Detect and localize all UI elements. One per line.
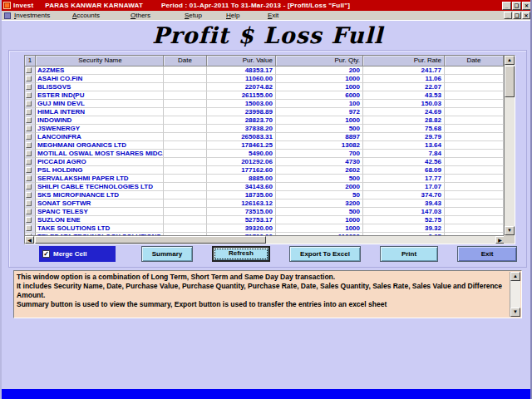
column-header-pur-qty[interactable]: Pur. Qty. bbox=[276, 56, 363, 66]
table-row[interactable]: SKS MICROFINANCE LTD 18735.00 50 374.70 bbox=[25, 191, 504, 200]
menu-item-setup[interactable]: Setup bbox=[185, 12, 226, 19]
row-expand-button[interactable] bbox=[26, 200, 32, 206]
row-expand-button[interactable] bbox=[26, 134, 32, 140]
child-window-icon[interactable] bbox=[4, 12, 11, 19]
vertical-scroll-thumb[interactable] bbox=[505, 66, 515, 97]
table-row[interactable]: INDOWIND 28823.70 1000 28.82 bbox=[25, 116, 504, 125]
row-expand-button[interactable] bbox=[26, 159, 32, 165]
securities-grid: 1 Security Name Date Pur. Value Pur. Qty… bbox=[24, 55, 515, 244]
row-expand-button[interactable] bbox=[26, 192, 32, 198]
cell-pur-qty: 700 bbox=[276, 150, 363, 158]
menu-item-help[interactable]: Help bbox=[226, 12, 268, 19]
minimize-icon[interactable]: _ bbox=[502, 2, 511, 10]
cell-pur-value: 177162.60 bbox=[207, 166, 276, 175]
menu-item-exit[interactable]: Exit bbox=[268, 12, 301, 19]
cell-pur-qty: 972 bbox=[276, 108, 363, 116]
menu-item-investments[interactable]: Investments bbox=[14, 12, 72, 19]
table-row[interactable]: SONAT SOFTWR 126163.12 3200 39.43 bbox=[25, 200, 504, 208]
refresh-button[interactable]: Refresh bbox=[212, 246, 270, 262]
cell-date2 bbox=[445, 66, 504, 75]
cell-pur-qty: 8897 bbox=[276, 133, 363, 141]
table-row[interactable]: TAKE SOLUTIONS LTD 39320.00 1000 39.32 bbox=[25, 224, 504, 233]
cell-pur-value: 8885.00 bbox=[207, 175, 276, 183]
row-expand-button[interactable] bbox=[26, 67, 32, 73]
child-close-icon[interactable]: ✕ bbox=[522, 12, 530, 19]
table-row[interactable]: PSL HOLDING 177162.60 2602 68.09 bbox=[25, 166, 504, 175]
table-row[interactable]: A2ZMES 48353.17 200 241.77 bbox=[25, 66, 504, 75]
child-minimize-icon[interactable]: _ bbox=[504, 12, 512, 19]
table-row[interactable]: GUJ MIN DEVL 15003.00 100 150.03 bbox=[25, 100, 504, 108]
row-marker-cell bbox=[25, 208, 36, 216]
table-row[interactable]: SERVALAKSHMI PAPER LTD 8885.00 500 17.77 bbox=[25, 175, 504, 183]
row-expand-button[interactable] bbox=[26, 209, 32, 214]
cell-date2 bbox=[445, 175, 504, 183]
cell-pur-rate: 13.64 bbox=[363, 141, 445, 150]
table-row[interactable]: MEGHMANI ORGANICS LTD 178461.25 13082 13… bbox=[25, 141, 504, 150]
cell-security-name: A2ZMES bbox=[36, 66, 164, 75]
description-scrollbar[interactable]: ▲ ▼ bbox=[510, 272, 520, 317]
table-row[interactable]: ESTER IND(PU 261155.00 6000 43.53 bbox=[25, 91, 504, 100]
cell-pur-rate: 75.68 bbox=[363, 125, 445, 133]
row-expand-button[interactable] bbox=[26, 84, 32, 90]
row-expand-button[interactable] bbox=[26, 217, 32, 223]
table-row[interactable]: HIMLA INTERN 23998.89 972 24.69 bbox=[25, 108, 504, 116]
cell-pur-rate: 29.79 bbox=[363, 133, 445, 141]
row-expand-button[interactable] bbox=[26, 126, 32, 131]
cell-pur-value: 73515.00 bbox=[207, 208, 276, 216]
row-expand-button[interactable] bbox=[26, 184, 32, 190]
row-expand-button[interactable] bbox=[26, 92, 32, 98]
print-button[interactable]: Print bbox=[380, 246, 438, 262]
cell-security-name: SHILPI CABLE TECHNOLOGIES LTD bbox=[36, 183, 164, 191]
row-expand-button[interactable] bbox=[26, 117, 32, 123]
cell-pur-qty: 500 bbox=[276, 208, 363, 216]
desc-scroll-down-icon[interactable]: ▼ bbox=[510, 308, 520, 317]
desc-scroll-up-icon[interactable]: ▲ bbox=[510, 272, 520, 281]
export-to-excel-button[interactable]: Export To Excel bbox=[289, 246, 361, 262]
cell-pur-rate: 42.56 bbox=[363, 158, 445, 166]
cell-date2 bbox=[445, 216, 504, 224]
row-expand-button[interactable] bbox=[26, 175, 32, 181]
column-header-date2[interactable]: Date bbox=[445, 56, 504, 66]
scroll-up-icon[interactable]: ▲ bbox=[505, 56, 515, 65]
grid-horizontal-scrollbar[interactable]: ◀ ▶ bbox=[25, 235, 505, 244]
row-marker-cell bbox=[25, 158, 36, 166]
column-header-security-name[interactable]: Security Name bbox=[36, 56, 164, 66]
merge-cell-checkbox[interactable]: ✓ bbox=[42, 250, 50, 258]
merge-cell-panel: ✓ Merge Cell bbox=[39, 246, 116, 262]
cell-pur-value: 22074.82 bbox=[207, 83, 276, 91]
row-expand-button[interactable] bbox=[26, 225, 32, 231]
cell-pur-value: 15003.00 bbox=[207, 100, 276, 108]
row-expand-button[interactable] bbox=[26, 167, 32, 173]
table-row[interactable]: SHILPI CABLE TECHNOLOGIES LTD 34143.60 2… bbox=[25, 183, 504, 191]
row-expand-button[interactable] bbox=[26, 109, 32, 115]
row-expand-button[interactable] bbox=[26, 101, 32, 106]
exit-button[interactable]: Exit bbox=[457, 246, 517, 262]
scroll-down-icon[interactable]: ▼ bbox=[505, 226, 515, 235]
table-row[interactable]: MOTILAL OSWAL MOST SHARES MIDCAP 5490.00… bbox=[25, 150, 504, 158]
menu-item-accounts[interactable]: Accounts bbox=[72, 12, 131, 19]
column-header-date[interactable]: Date bbox=[164, 56, 207, 66]
table-row[interactable]: LANCOINFRA 265083.31 8897 29.79 bbox=[25, 133, 504, 141]
row-expand-button[interactable] bbox=[26, 142, 32, 148]
grid-vertical-scrollbar[interactable]: ▲ ▼ bbox=[504, 56, 515, 235]
table-row[interactable]: BLISSGVS 22074.82 1000 22.07 bbox=[25, 83, 504, 91]
row-marker-cell bbox=[25, 175, 36, 183]
column-header-pur-value[interactable]: Pur. Value bbox=[207, 56, 276, 66]
table-row[interactable]: ASAHI CO.FIN 11060.00 1000 11.06 bbox=[25, 75, 504, 83]
row-expand-button[interactable] bbox=[26, 76, 32, 81]
table-row[interactable]: PICCADI AGRO 201292.06 4730 42.56 bbox=[25, 158, 504, 166]
restore-icon[interactable]: ❏ bbox=[512, 2, 521, 10]
cell-date2 bbox=[445, 158, 504, 166]
table-row[interactable]: SUZLON ENE 52753.17 1000 52.75 bbox=[25, 216, 504, 224]
column-header-pur-rate[interactable]: Pur. Rate bbox=[363, 56, 445, 66]
summary-button[interactable]: Summary bbox=[141, 246, 193, 262]
table-row[interactable]: SPANC TELESY 73515.00 500 147.03 bbox=[25, 208, 504, 216]
child-restore-icon[interactable]: ❏ bbox=[513, 12, 521, 19]
row-expand-button[interactable] bbox=[26, 150, 32, 156]
close-icon[interactable]: ✕ bbox=[522, 2, 531, 10]
cell-security-name: SUZLON ENE bbox=[36, 216, 164, 224]
table-row[interactable]: JSWENERGY 37838.20 500 75.68 bbox=[25, 125, 504, 133]
horizontal-scroll-thumb[interactable] bbox=[35, 236, 266, 244]
menu-item-others[interactable]: Others bbox=[131, 12, 185, 19]
scroll-left-icon[interactable]: ◀ bbox=[25, 236, 34, 244]
